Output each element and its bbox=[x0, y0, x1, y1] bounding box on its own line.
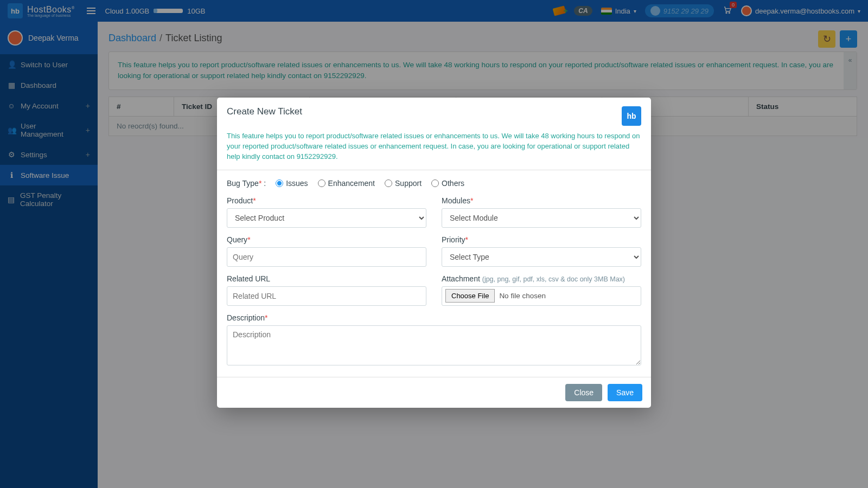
description-label: Description* bbox=[227, 313, 641, 322]
product-select[interactable]: Select Product bbox=[227, 208, 426, 228]
modules-label: Modules* bbox=[442, 196, 641, 205]
modal-title: Create New Ticket bbox=[227, 106, 302, 117]
field-priority: Priority* Select Type bbox=[442, 235, 641, 267]
product-label: Product* bbox=[227, 196, 426, 205]
related-url-label: Related URL bbox=[227, 274, 426, 283]
field-related-url: Related URL bbox=[227, 274, 426, 306]
field-product: Product* Select Product bbox=[227, 196, 426, 228]
radio-support[interactable]: Support bbox=[385, 179, 422, 188]
priority-select[interactable]: Select Type bbox=[442, 247, 641, 267]
radio-others[interactable]: Others bbox=[431, 179, 464, 188]
priority-label: Priority* bbox=[442, 235, 641, 244]
field-query: Query* bbox=[227, 235, 426, 267]
bug-type-label: Bug Type* : bbox=[227, 179, 266, 188]
save-button[interactable]: Save bbox=[608, 384, 642, 401]
attachment-label: Attachment (jpg, png, gif, pdf, xls, csv… bbox=[442, 274, 641, 283]
field-attachment: Attachment (jpg, png, gif, pdf, xls, csv… bbox=[442, 274, 641, 306]
close-button[interactable]: Close bbox=[565, 384, 602, 401]
field-description: Description* bbox=[227, 313, 641, 367]
bug-type-row: Bug Type* : Issues Enhancement Support O… bbox=[227, 179, 641, 188]
create-ticket-modal: Create New Ticket hb This feature helps … bbox=[217, 98, 651, 408]
modal-overlay[interactable]: Create New Ticket hb This feature helps … bbox=[0, 0, 868, 488]
radio-enhancement[interactable]: Enhancement bbox=[318, 179, 375, 188]
file-chosen-text: No file chosen bbox=[499, 292, 546, 300]
radio-issues[interactable]: Issues bbox=[276, 179, 308, 188]
description-textarea[interactable] bbox=[227, 325, 641, 365]
modal-info-text: This feature helps you to report product… bbox=[217, 131, 651, 170]
query-input[interactable] bbox=[227, 247, 426, 267]
related-url-input[interactable] bbox=[227, 286, 426, 306]
modal-logo-icon: hb bbox=[622, 106, 641, 126]
choose-file-button[interactable]: Choose File bbox=[445, 289, 495, 303]
module-select[interactable]: Select Module bbox=[442, 208, 641, 228]
file-input-wrap[interactable]: Choose File No file chosen bbox=[442, 286, 641, 306]
query-label: Query* bbox=[227, 235, 426, 244]
field-modules: Modules* Select Module bbox=[442, 196, 641, 228]
